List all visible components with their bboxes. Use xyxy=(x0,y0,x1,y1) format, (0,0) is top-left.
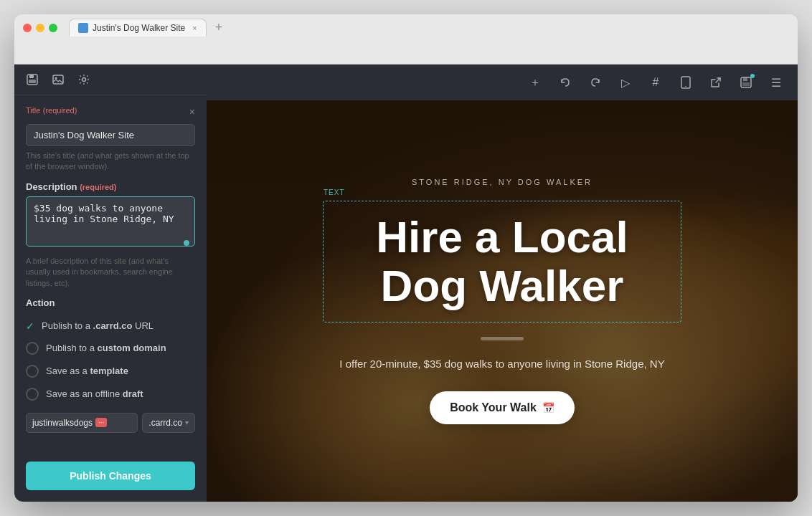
text-label-badge: TEXT xyxy=(324,188,345,196)
text-selection-box[interactable]: TEXT Hire a Local Dog Walker xyxy=(323,201,681,322)
url-domain-selector[interactable]: .carrd.co ▾ xyxy=(142,413,195,433)
radio-carrd-url[interactable]: ✓ Publish to a .carrd.co URL xyxy=(26,315,195,337)
radio-save-template[interactable]: Save as a template xyxy=(26,360,195,383)
textarea-indicator xyxy=(184,240,189,246)
app-body: Title (required) × This site's title (an… xyxy=(14,64,798,502)
radio-custom-domain[interactable]: Publish to a custom domain xyxy=(26,337,195,360)
svg-point-4 xyxy=(55,77,57,80)
settings-icon[interactable] xyxy=(76,72,92,87)
add-tool[interactable]: ＋ xyxy=(525,72,545,92)
description-hint: A brief description of this site (and wh… xyxy=(26,256,195,289)
url-input[interactable]: justinwalksdogs ··· xyxy=(26,413,138,433)
radio-custom-domain-circle xyxy=(26,342,39,355)
browser-window: Justin's Dog Walker Site × + xyxy=(14,14,798,502)
svg-point-5 xyxy=(82,78,86,82)
description-textarea[interactable]: $35 dog walks to anyone living in Stone … xyxy=(26,196,195,247)
browser-titlebar: Justin's Dog Walker Site × + xyxy=(14,14,798,41)
title-label: Title (required) xyxy=(26,105,77,115)
tab-favicon xyxy=(78,23,88,33)
radio-save-template-circle xyxy=(26,365,39,378)
radio-custom-domain-label: Publish to a custom domain xyxy=(46,343,166,353)
menu-tool[interactable]: ☰ xyxy=(766,72,786,92)
domain-chevron-icon: ▾ xyxy=(185,419,189,426)
active-tab[interactable]: Justin's Dog Walker Site × xyxy=(69,19,207,37)
description-wrapper: $35 dog walks to anyone living in Stone … xyxy=(26,196,195,252)
svg-rect-9 xyxy=(743,77,747,81)
svg-rect-10 xyxy=(742,82,750,86)
hero-description: I offer 20-minute, $35 dog walks to anyo… xyxy=(221,358,783,370)
undo-tool[interactable] xyxy=(555,72,575,92)
play-tool[interactable]: ▷ xyxy=(615,72,636,92)
url-row: justinwalksdogs ··· .carrd.co ▾ xyxy=(26,413,195,433)
resize-handle[interactable] xyxy=(481,337,524,340)
browser-tabs: Justin's Dog Walker Site × + xyxy=(69,19,228,37)
svg-rect-3 xyxy=(53,75,63,84)
url-value: justinwalksdogs xyxy=(32,418,93,428)
close-traffic-light[interactable] xyxy=(23,24,32,32)
description-label: Description (required) xyxy=(26,181,116,192)
browser-addressbar xyxy=(14,41,798,64)
publish-changes-button[interactable]: Publish Changes xyxy=(26,462,195,490)
browser-chrome: Justin's Dog Walker Site × + xyxy=(14,14,798,64)
radio-save-template-label: Save as a template xyxy=(46,366,128,376)
hero-subtitle: STONE RIDGE, NY DOG WALKER xyxy=(221,178,783,186)
sidebar-content: Title (required) × This site's title (an… xyxy=(14,95,207,462)
url-dots-badge: ··· xyxy=(95,418,107,427)
svg-rect-1 xyxy=(29,75,34,78)
hero-title-line2: Dog Walker xyxy=(381,261,624,310)
image-icon[interactable] xyxy=(50,72,66,87)
preview-content: STONE RIDGE, NY DOG WALKER TEXT Hire a L… xyxy=(207,100,798,502)
hash-tool[interactable]: # xyxy=(646,72,666,92)
preview-toolbar: ＋ ▷ # xyxy=(207,64,798,100)
cta-button[interactable]: Book Your Walk 📅 xyxy=(430,391,575,424)
action-section-title: Action xyxy=(26,297,195,308)
cta-icon: 📅 xyxy=(542,402,554,414)
new-tab-button[interactable]: + xyxy=(209,20,229,35)
hero-title-line1: Hire a Local xyxy=(376,212,628,262)
tab-close-button[interactable]: × xyxy=(192,24,197,32)
radio-offline-draft[interactable]: Save as an offline draft xyxy=(26,383,195,406)
title-input[interactable] xyxy=(26,124,195,146)
hero-background: STONE RIDGE, NY DOG WALKER TEXT Hire a L… xyxy=(207,100,798,502)
radio-offline-draft-circle xyxy=(26,388,39,401)
title-hint: This site's title (and what gets shown a… xyxy=(26,150,195,173)
hero-title: Hire a Local Dog Walker xyxy=(341,213,664,310)
redo-tool[interactable] xyxy=(585,72,605,92)
radio-carrd-url-label: Publish to a .carrd.co URL xyxy=(42,320,154,331)
domain-value: .carrd.co xyxy=(148,418,182,428)
hero-text-content: STONE RIDGE, NY DOG WALKER TEXT Hire a L… xyxy=(207,163,798,439)
minimize-traffic-light[interactable] xyxy=(36,24,44,32)
fullscreen-traffic-light[interactable] xyxy=(49,24,57,32)
check-icon: ✓ xyxy=(26,320,34,332)
svg-point-7 xyxy=(685,86,686,87)
save-icon[interactable] xyxy=(24,72,40,87)
panel-close-button[interactable]: × xyxy=(189,106,195,118)
sidebar-toolbar xyxy=(14,64,207,95)
traffic-lights xyxy=(23,24,57,32)
sidebar: Title (required) × This site's title (an… xyxy=(14,64,207,502)
tab-title: Justin's Dog Walker Site xyxy=(93,23,185,33)
svg-rect-2 xyxy=(29,80,36,83)
save-preview-tool[interactable] xyxy=(736,72,756,92)
cta-label: Book Your Walk xyxy=(450,401,537,414)
mobile-tool[interactable] xyxy=(676,72,696,92)
radio-offline-draft-label: Save as an offline draft xyxy=(46,388,143,399)
main-preview: ＋ ▷ # xyxy=(207,64,798,502)
export-tool[interactable] xyxy=(706,72,726,92)
